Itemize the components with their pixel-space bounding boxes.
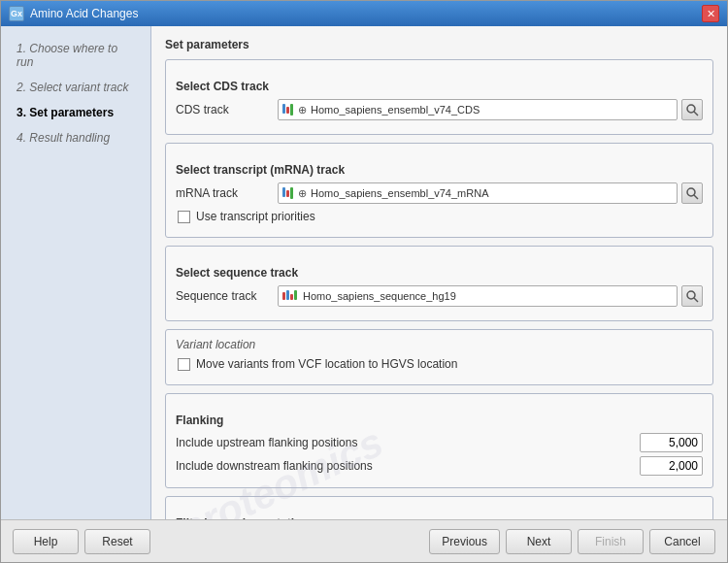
- svg-line-3: [694, 195, 698, 199]
- sequence-field-row: Sequence track Homo_sapiens_sequence_hg1…: [176, 285, 703, 307]
- mrna-track-input[interactable]: ⊕ Homo_sapiens_ensembl_v74_mRNA: [278, 182, 678, 204]
- upstream-label: Include upstream flanking positions: [176, 436, 640, 449]
- app-icon: Gx: [9, 6, 24, 21]
- help-button[interactable]: Help: [13, 529, 79, 554]
- variant-location-section: Variant location Move variants from VCF …: [165, 329, 713, 385]
- svg-point-2: [687, 188, 695, 196]
- svg-line-1: [694, 112, 698, 116]
- mrna-browse-button[interactable]: [681, 182, 703, 204]
- transcript-priorities-label: Use transcript priorities: [196, 210, 315, 223]
- window-title: Amino Acid Changes: [30, 7, 138, 20]
- hgvs-location-checkbox[interactable]: [178, 358, 190, 371]
- cds-track-value: Homo_sapiens_ensembl_v74_CDS: [311, 104, 673, 116]
- finish-button[interactable]: Finish: [578, 529, 644, 554]
- sidebar-item-set-parameters[interactable]: 3. Set parameters: [11, 102, 141, 123]
- flanking-header: Flanking: [176, 414, 703, 427]
- cds-header: Select CDS track: [176, 80, 703, 93]
- transcript-priorities-row: Use transcript priorities: [178, 210, 703, 223]
- sequence-track-icon: [282, 290, 299, 302]
- variant-location-header: Variant location: [176, 338, 703, 351]
- cds-track-icon: ⊕: [282, 104, 307, 116]
- hgvs-location-label: Move variants from VCF location to HGVS …: [196, 357, 457, 371]
- downstream-input[interactable]: [640, 456, 703, 476]
- filtering-header: Filtering and annotation: [176, 516, 703, 519]
- main-window: Gx Amino Acid Changes ✕ 1. Choose where …: [0, 0, 728, 563]
- hgvs-location-row: Move variants from VCF location to HGVS …: [178, 357, 703, 371]
- upstream-row: Include upstream flanking positions: [176, 433, 703, 452]
- transcript-priorities-checkbox[interactable]: [178, 211, 190, 223]
- footer: Help Reset Previous Next Finish Cancel: [1, 519, 727, 562]
- sidebar-item-result-handling[interactable]: 4. Result handling: [11, 127, 141, 149]
- close-button[interactable]: ✕: [702, 5, 719, 22]
- filtering-section: Filtering and annotation Filter away syn…: [165, 496, 713, 519]
- cds-track-input[interactable]: ⊕ Homo_sapiens_ensembl_v74_CDS: [278, 99, 678, 120]
- title-bar: Gx Amino Acid Changes ✕: [1, 1, 727, 26]
- mrna-field-label: mRNA track: [176, 186, 278, 200]
- previous-button[interactable]: Previous: [429, 529, 500, 554]
- svg-point-0: [687, 105, 695, 113]
- svg-line-5: [694, 298, 698, 302]
- cds-section: Select CDS track CDS track ⊕ Homo_sap: [165, 59, 713, 135]
- sequence-track-value: Homo_sapiens_sequence_hg19: [303, 290, 673, 302]
- footer-left-buttons: Help Reset: [13, 529, 150, 554]
- sidebar-item-choose-where[interactable]: 1. Choose where to run: [11, 38, 141, 73]
- sidebar: 1. Choose where to run 2. Select variant…: [1, 26, 151, 519]
- svg-point-4: [687, 291, 695, 299]
- sequence-header: Select sequence track: [176, 266, 703, 280]
- next-button[interactable]: Next: [506, 529, 572, 554]
- mrna-field-row: mRNA track ⊕ Homo_sapiens_ensembl_v74_mR…: [176, 182, 703, 204]
- downstream-row: Include downstream flanking positions: [176, 456, 703, 476]
- section-title: Set parameters: [165, 38, 713, 51]
- cds-browse-button[interactable]: [681, 99, 703, 120]
- sequence-track-input[interactable]: Homo_sapiens_sequence_hg19: [278, 285, 678, 307]
- cds-field-label: CDS track: [176, 103, 278, 116]
- flanking-section: Flanking Include upstream flanking posit…: [165, 393, 713, 488]
- sidebar-item-select-variant[interactable]: 2. Select variant track: [11, 77, 141, 98]
- sequence-field-label: Sequence track: [176, 289, 278, 303]
- main-panel: Set parameters Select CDS track CDS trac…: [151, 26, 727, 519]
- upstream-input[interactable]: [640, 433, 703, 452]
- downstream-label: Include downstream flanking positions: [176, 459, 640, 473]
- reset-button[interactable]: Reset: [84, 529, 150, 554]
- title-bar-left: Gx Amino Acid Changes: [9, 6, 138, 21]
- cancel-button[interactable]: Cancel: [649, 529, 715, 554]
- footer-right-buttons: Previous Next Finish Cancel: [429, 529, 715, 554]
- cds-field-row: CDS track ⊕ Homo_sapiens_ensembl_v74_CDS: [176, 99, 703, 120]
- mrna-track-value: Homo_sapiens_ensembl_v74_mRNA: [311, 187, 673, 199]
- mrna-header: Select transcript (mRNA) track: [176, 163, 703, 177]
- mrna-track-icon: ⊕: [282, 187, 307, 200]
- mrna-section: Select transcript (mRNA) track mRNA trac…: [165, 143, 713, 238]
- sequence-browse-button[interactable]: [681, 285, 703, 307]
- content-area: 1. Choose where to run 2. Select variant…: [1, 26, 727, 519]
- sequence-section: Select sequence track Sequence track: [165, 246, 713, 321]
